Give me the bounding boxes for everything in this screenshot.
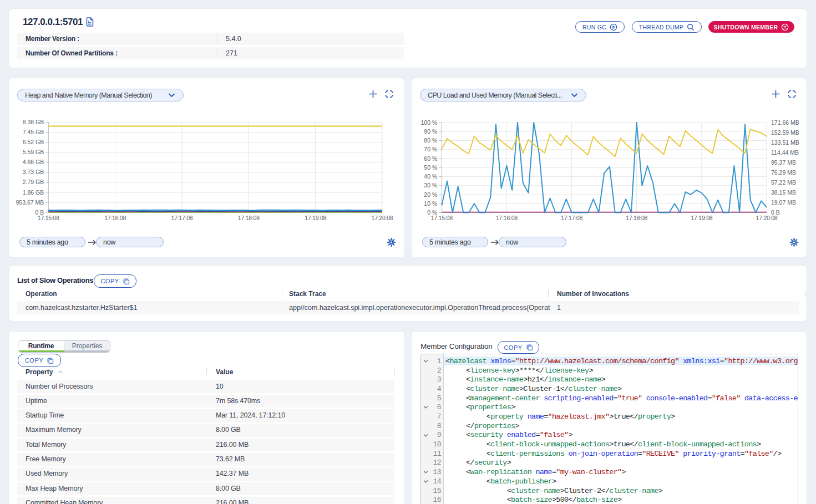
svg-text:17:18:08: 17:18:08 — [238, 215, 260, 221]
svg-text:70 %: 70 % — [424, 146, 437, 152]
svg-text:17:17:08: 17:17:08 — [561, 215, 582, 221]
svg-text:19.07 MB: 19.07 MB — [771, 199, 796, 206]
svg-text:133.51 MB: 133.51 MB — [771, 139, 799, 146]
svg-text:17:20:08: 17:20:08 — [372, 215, 393, 221]
svg-text:953.67 MB: 953.67 MB — [16, 199, 44, 206]
svg-text:20 %: 20 % — [424, 191, 437, 198]
svg-text:30 %: 30 % — [424, 182, 437, 189]
svg-text:17:18:08: 17:18:08 — [626, 215, 647, 221]
svg-text:171.66 MB: 171.66 MB — [771, 119, 799, 126]
svg-text:95.37 MB: 95.37 MB — [771, 159, 796, 166]
svg-text:17:16:08: 17:16:08 — [104, 215, 126, 221]
svg-text:17:19:08: 17:19:08 — [691, 215, 712, 221]
svg-text:17:15:08: 17:15:08 — [38, 215, 59, 221]
svg-text:1.86 GB: 1.86 GB — [23, 189, 44, 196]
svg-text:17:16:08: 17:16:08 — [496, 215, 518, 221]
svg-text:8.38 GB: 8.38 GB — [23, 119, 44, 125]
svg-text:100 %: 100 % — [421, 119, 438, 126]
svg-text:17:19:08: 17:19:08 — [305, 215, 326, 221]
svg-text:60 %: 60 % — [424, 155, 437, 162]
svg-text:17:17:08: 17:17:08 — [171, 215, 193, 221]
svg-text:7.45 GB: 7.45 GB — [23, 129, 44, 135]
svg-text:10 %: 10 % — [424, 200, 437, 207]
svg-text:17:15:08: 17:15:08 — [431, 215, 453, 221]
svg-text:152.59 MB: 152.59 MB — [771, 129, 799, 136]
svg-text:3.73 GB: 3.73 GB — [23, 169, 44, 175]
svg-text:4.66 GB: 4.66 GB — [23, 159, 44, 165]
svg-text:38.15 MB: 38.15 MB — [771, 189, 796, 196]
svg-text:6.52 GB: 6.52 GB — [23, 139, 44, 145]
svg-text:17:20:08: 17:20:08 — [756, 215, 778, 221]
svg-text:5.59 GB: 5.59 GB — [23, 149, 44, 155]
svg-text:2.79 GB: 2.79 GB — [23, 179, 44, 185]
svg-text:80 %: 80 % — [424, 137, 437, 144]
svg-text:57.22 MB: 57.22 MB — [771, 179, 796, 186]
svg-text:76.29 MB: 76.29 MB — [771, 169, 796, 176]
svg-text:90 %: 90 % — [424, 128, 437, 135]
svg-text:40 %: 40 % — [424, 173, 437, 180]
svg-text:114.44 MB: 114.44 MB — [771, 149, 799, 156]
svg-text:50 %: 50 % — [424, 164, 437, 171]
